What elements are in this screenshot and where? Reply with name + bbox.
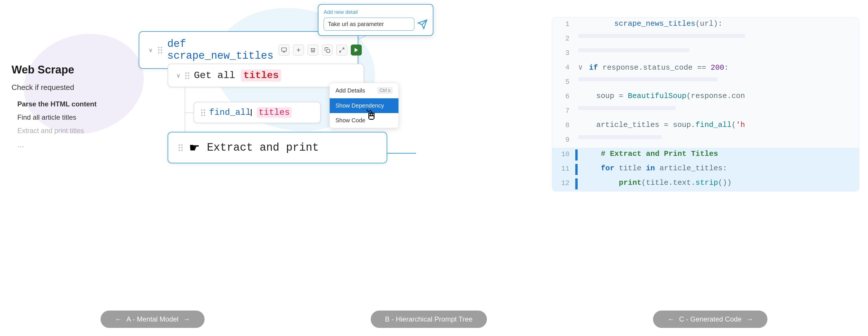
- extract-block-name: Extract and print: [207, 141, 376, 154]
- mental-model-subtitle: Check if requested: [11, 83, 110, 92]
- sub-block-name: Get all titles: [194, 70, 355, 81]
- arrow-right-c: →: [746, 315, 753, 323]
- code-line-9: 9: [552, 133, 859, 148]
- code-line-8: 8 article_titles = soup.find_all('h: [552, 119, 859, 133]
- code-line-1: 1 scrape_news_titles(url):: [552, 18, 859, 32]
- cursor-bar: [251, 109, 252, 116]
- line-num-4: 4: [552, 63, 575, 72]
- label-generated-code: ← C - Generated Code →: [653, 311, 768, 328]
- code-panel: 1 scrape_news_titles(url): 2 3 4 ∨: [552, 17, 859, 191]
- line-num-12: 12: [552, 178, 575, 187]
- label-c-text: C - Generated Code: [679, 315, 741, 323]
- context-menu-shortcut: Ctrl s: [377, 87, 393, 94]
- arrow-left-a: ←: [115, 315, 122, 323]
- code-line-6: 6 soup = BeautifulSoup(response.con: [552, 90, 859, 104]
- label-b-text: B - Hierarchical Prompt Tree: [385, 315, 473, 323]
- arrow-left-c: ←: [668, 315, 674, 323]
- label-a-text: A - Mental Model: [127, 315, 179, 323]
- block-actions: [279, 45, 362, 56]
- copy-btn[interactable]: [322, 45, 333, 56]
- code-content-2: [575, 34, 859, 38]
- code-content-11: for title in article_titles:: [580, 164, 859, 173]
- code-content-1: scrape_news_titles(url):: [575, 19, 859, 28]
- line-num-9: 9: [552, 135, 575, 144]
- mental-model-title: Web Scrape: [11, 64, 110, 76]
- section-generated-code: 1 scrape_news_titles(url): 2 3 4 ∨: [543, 0, 868, 318]
- drag-handle[interactable]: [158, 47, 162, 54]
- find-all-arg: titles: [257, 107, 291, 118]
- delete-btn[interactable]: [307, 45, 318, 56]
- find-all-text: find_all: [209, 108, 251, 117]
- code-content-7: [575, 106, 859, 110]
- context-menu-add-details[interactable]: Add Details: [336, 87, 365, 94]
- mental-model-dots: ...: [11, 140, 110, 149]
- code-line-3: 3: [552, 47, 859, 61]
- add-detail-input-row: [323, 18, 428, 31]
- code-line-10: 10 # Extract and Print Titles: [552, 148, 859, 162]
- svg-rect-12: [327, 50, 330, 53]
- sub-block-drag[interactable]: [185, 72, 189, 79]
- extract-print-block[interactable]: ☛ Extract and print: [167, 132, 387, 163]
- add-detail-label: Add new detail: [323, 9, 428, 15]
- monitor-btn[interactable]: [279, 45, 289, 56]
- cursor-hand-icon: 🖱: [364, 107, 378, 123]
- code-line-12: 12 print(title.text.strip()): [552, 177, 859, 191]
- sub-block-chevron[interactable]: ∨: [176, 72, 181, 79]
- line-num-10: 10: [552, 149, 575, 158]
- section-prompt-tree: Add new detail ∨ def scrape_new_tit: [121, 0, 543, 318]
- code-content-3: [575, 48, 859, 52]
- code-line-5: 5: [552, 76, 859, 90]
- function-name: def scrape_new_titles: [167, 38, 273, 62]
- context-menu-header: Add Details Ctrl s: [330, 83, 399, 98]
- mental-model-item-2: Find all article titles: [11, 113, 110, 121]
- arrow-right-a: →: [183, 315, 190, 323]
- code-content-9: [575, 135, 859, 139]
- line-indicator-11: [575, 164, 578, 175]
- code-line-11: 11 for title in article_titles:: [552, 162, 859, 177]
- svg-line-13: [342, 48, 344, 50]
- label-mental-model: ← A - Mental Model →: [100, 311, 205, 328]
- section-mental-model: Web Scrape Check if requested Parse the …: [0, 0, 121, 318]
- find-all-block[interactable]: find_all titles: [194, 102, 321, 123]
- code-content-4: ∨ if response.status_code == 200:: [575, 63, 859, 72]
- titles-highlight: titles: [241, 69, 281, 82]
- extract-cursor-hand: ☛: [189, 141, 200, 155]
- function-identifier: scrape_new_titles: [167, 50, 273, 62]
- bottom-labels: ← A - Mental Model → B - Hierarchical Pr…: [0, 311, 868, 328]
- svg-marker-15: [354, 48, 358, 52]
- code-line-2: 2: [552, 32, 859, 47]
- line-num-5: 5: [552, 77, 575, 86]
- find-block-drag[interactable]: [201, 109, 205, 116]
- add-btn[interactable]: [293, 45, 304, 56]
- expand-btn[interactable]: [336, 45, 347, 56]
- line-num-2: 2: [552, 34, 575, 43]
- line-num-11: 11: [552, 164, 575, 173]
- add-detail-popup: Add new detail: [318, 4, 433, 36]
- code-content-5: [575, 77, 859, 81]
- code-line-4: 4 ∨ if response.status_code == 200:: [552, 61, 859, 76]
- collapse-chevron[interactable]: ∨: [149, 47, 153, 54]
- add-detail-input[interactable]: [323, 18, 414, 31]
- code-content-6: soup = BeautifulSoup(response.con: [575, 92, 859, 100]
- line-num-3: 3: [552, 48, 575, 57]
- line-num-1: 1: [552, 19, 575, 28]
- send-icon[interactable]: [417, 19, 428, 29]
- line-num-7: 7: [552, 106, 575, 115]
- label-prompt-tree: B - Hierarchical Prompt Tree: [371, 311, 487, 328]
- line-indicator-10: [575, 149, 578, 161]
- line-indicator-12: [575, 178, 578, 189]
- function-block[interactable]: ∨ def scrape_new_titles: [139, 31, 358, 69]
- extract-block-drag[interactable]: [179, 144, 183, 151]
- run-btn[interactable]: [351, 45, 362, 56]
- svg-line-14: [340, 51, 342, 52]
- code-content-10: # Extract and Print Titles: [580, 149, 859, 158]
- svg-rect-7: [282, 48, 287, 52]
- mental-model-item-3: Extract and print titles: [11, 127, 110, 135]
- mental-model-item-1: Parse the HTML content: [11, 100, 110, 108]
- keyword-def: def: [167, 38, 186, 50]
- line-num-8: 8: [552, 120, 575, 129]
- code-content-8: article_titles = soup.find_all('h: [575, 120, 859, 129]
- code-line-7: 7: [552, 104, 859, 119]
- find-block-name: find_all titles: [209, 108, 291, 117]
- code-content-12: print(title.text.strip()): [580, 178, 859, 187]
